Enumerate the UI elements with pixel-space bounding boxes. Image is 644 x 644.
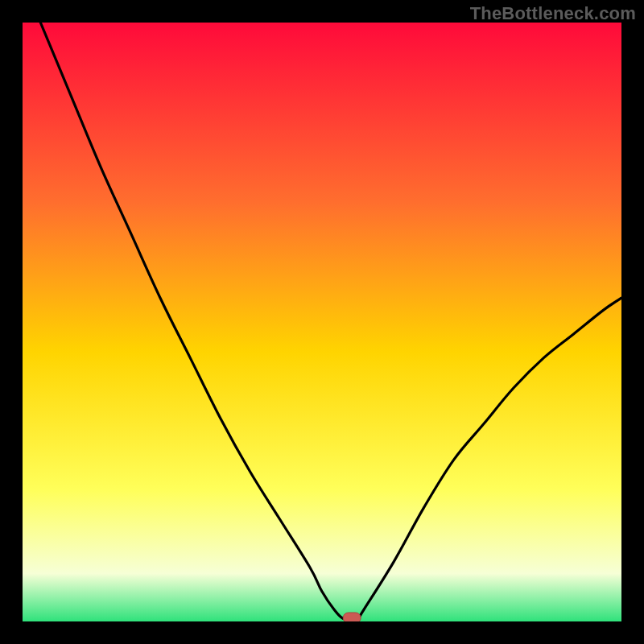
chart-frame: TheBottleneck.com xyxy=(0,0,644,644)
plot-svg xyxy=(23,23,621,621)
optimal-marker xyxy=(343,613,361,621)
plot-area xyxy=(23,23,621,621)
gradient-background xyxy=(23,23,621,621)
watermark-text: TheBottleneck.com xyxy=(470,3,636,24)
